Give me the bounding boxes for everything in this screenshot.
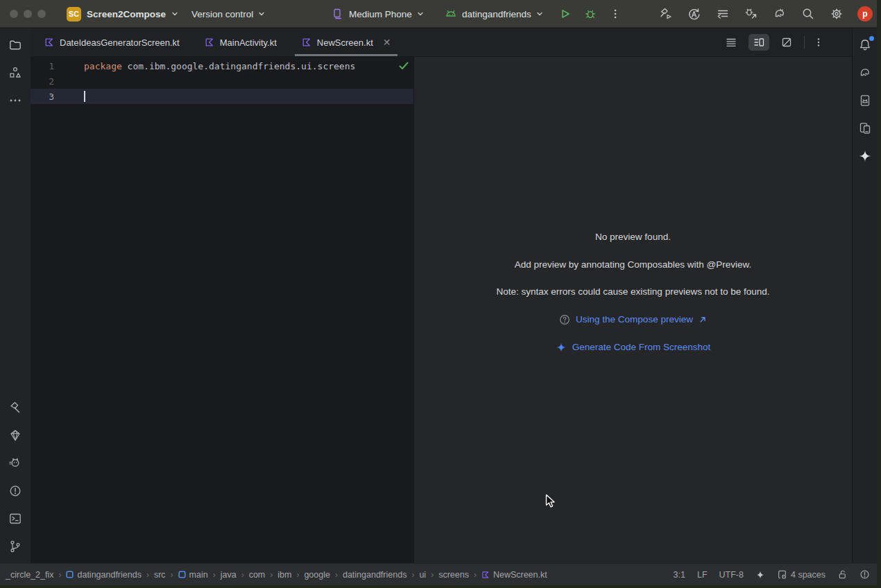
tab-mainactivity[interactable]: MainActivity.kt — [198, 28, 284, 56]
problems-tool-window-button[interactable] — [4, 480, 26, 502]
encoding-widget[interactable]: UTF-8 — [719, 570, 744, 580]
gradle-sync-button[interactable] — [772, 6, 787, 21]
breadcrumb-item[interactable]: _circle_2_fix — [6, 570, 53, 580]
gradle-tool-window-button[interactable] — [854, 62, 876, 84]
breadcrumb-item[interactable]: datingandfriends — [343, 570, 407, 580]
breadcrumb-item[interactable]: screens — [438, 570, 469, 580]
caret-position-widget[interactable]: 3:1 — [674, 570, 685, 580]
tab-newscreen[interactable]: NewScreen.kt ✕ — [295, 28, 398, 56]
running-devices-toolbar-button[interactable] — [715, 6, 730, 21]
line-separator-widget[interactable]: LF — [697, 570, 708, 580]
device-name: Medium Phone — [349, 9, 412, 19]
breadcrumb-item[interactable]: java — [221, 570, 237, 580]
structure-tool-window-button[interactable] — [4, 62, 26, 84]
breadcrumb-item[interactable]: com — [249, 570, 266, 580]
code-editor[interactable]: 1 package com.ibm.google.datingandfriend… — [31, 57, 413, 563]
generate-code-from-screenshot-link[interactable]: Generate Code From Screenshot — [556, 342, 711, 353]
close-window-button[interactable] — [10, 10, 18, 18]
editor-options-button[interactable] — [812, 34, 826, 51]
compose-preview-docs-link[interactable]: Using the Compose preview — [559, 314, 707, 325]
help-circle-icon — [559, 314, 570, 325]
gear-icon — [830, 7, 844, 21]
minimize-window-button[interactable] — [24, 10, 32, 18]
build-hammer-icon — [659, 7, 673, 21]
logcat-tool-window-button[interactable] — [4, 452, 26, 474]
kebab-menu-icon — [814, 37, 823, 47]
build-button[interactable] — [658, 6, 674, 21]
ide-window: SC Screen2Compose Version control Medium… — [0, 0, 877, 585]
design-view-button[interactable] — [776, 34, 797, 51]
more-tool-windows-button[interactable] — [4, 89, 26, 112]
profile-avatar[interactable]: p — [857, 6, 873, 21]
indent-widget[interactable]: 4 spaces — [777, 569, 826, 580]
project-widget[interactable]: SC Screen2Compose — [67, 0, 178, 28]
design-view-icon — [781, 37, 792, 48]
breadcrumb-item[interactable]: NewScreen.kt — [493, 570, 547, 580]
version-control-tool-window-button[interactable] — [4, 535, 26, 557]
build-tool-window-button[interactable] — [4, 397, 26, 419]
attach-debugger-button[interactable] — [744, 6, 759, 21]
logcat-cat-icon — [8, 456, 22, 470]
project-name: Screen2Compose — [87, 9, 166, 19]
no-preview-message: No preview found. — [414, 232, 852, 242]
settings-button[interactable] — [829, 6, 844, 21]
indent-label: 4 spaces — [791, 570, 826, 580]
code-view-icon — [726, 37, 737, 48]
tab-label: MainActivity.kt — [220, 37, 277, 48]
breadcrumb-item[interactable]: ibm — [277, 570, 291, 580]
inspection-status-widget[interactable] — [859, 569, 870, 580]
running-devices-icon — [858, 121, 872, 135]
ai-actions-button[interactable] — [687, 6, 702, 21]
run-configuration-selector[interactable]: datingandfriends — [445, 0, 543, 28]
editor-tab-bar: DateIdeasGeneratorScreen.kt MainActivity… — [31, 28, 852, 57]
terminal-tool-window-button[interactable] — [4, 508, 26, 530]
divider — [804, 36, 805, 49]
more-run-options-button[interactable] — [608, 6, 623, 21]
code-view-button[interactable] — [721, 34, 742, 51]
gem-icon — [8, 429, 22, 442]
device-selector[interactable]: Medium Phone — [332, 0, 424, 28]
write-access-widget[interactable] — [837, 569, 848, 580]
debug-button[interactable] — [583, 6, 598, 21]
window-controls — [10, 0, 46, 28]
ai-status-widget[interactable] — [755, 570, 765, 580]
search-everywhere-button[interactable] — [801, 6, 816, 21]
breadcrumb-item[interactable]: src — [154, 570, 166, 580]
version-control-widget[interactable]: Version control — [191, 0, 265, 28]
status-bar: _circle_2_fix› datingandfriends› src› ma… — [0, 563, 877, 585]
project-tool-window-button[interactable] — [4, 34, 26, 56]
version-control-label: Version control — [191, 9, 253, 19]
ai-actions-icon — [687, 7, 701, 21]
device-manager-button[interactable] — [854, 89, 876, 112]
unlock-icon — [837, 569, 848, 580]
chevron-down-icon — [536, 10, 543, 17]
gemini-tool-window-button[interactable] — [854, 145, 876, 167]
device-manager-icon — [858, 94, 872, 107]
inspections-ok-checkmark-icon[interactable] — [398, 61, 409, 71]
breadcrumb[interactable]: _circle_2_fix› datingandfriends› src› ma… — [6, 570, 547, 580]
tab-dateideasgeneratorscreen[interactable]: DateIdeasGeneratorScreen.kt — [37, 28, 187, 56]
close-tab-icon[interactable]: ✕ — [383, 37, 391, 47]
package-path: com.ibm.google.datingandfriends.ui.scree… — [122, 61, 356, 71]
folder-icon — [8, 38, 22, 52]
split-view-button[interactable] — [749, 34, 769, 51]
attach-debugger-icon — [744, 7, 758, 21]
run-button[interactable] — [558, 6, 573, 21]
app-quality-insights-button[interactable] — [4, 424, 26, 447]
breadcrumb-item[interactable]: datingandfriends — [77, 570, 141, 580]
breadcrumb-item[interactable]: google — [304, 570, 330, 580]
chevron-down-icon — [258, 10, 265, 17]
breadcrumb-item[interactable]: ui — [419, 570, 426, 580]
running-devices-button[interactable] — [854, 117, 876, 139]
android-icon — [445, 8, 457, 20]
kebab-menu-icon — [610, 8, 621, 19]
breadcrumb-item[interactable]: main — [189, 570, 208, 580]
run-icon — [559, 8, 572, 20]
ellipsis-icon — [8, 94, 22, 107]
run-configuration-name: datingandfriends — [462, 9, 531, 19]
zoom-window-button[interactable] — [37, 10, 46, 18]
debug-bug-icon — [584, 8, 597, 20]
line-number: 3 — [31, 92, 54, 102]
notifications-button[interactable] — [854, 34, 876, 56]
add-preview-hint: Add preview by annotating Composables wi… — [414, 259, 852, 270]
